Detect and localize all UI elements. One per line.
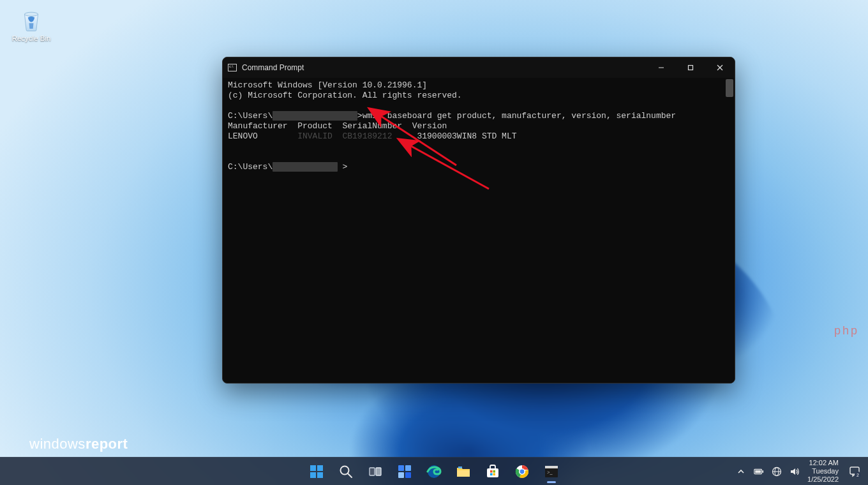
svg-rect-14 [376, 468, 381, 475]
svg-text:2: 2 [857, 473, 859, 477]
taskbar-center: >_ [304, 459, 564, 484]
svg-rect-31 [545, 466, 558, 468]
maximize-button[interactable] [676, 57, 705, 78]
prompt-path: C:\Users\ [228, 162, 273, 172]
watermark: windowsreport [29, 436, 128, 452]
svg-rect-13 [370, 468, 375, 475]
svg-rect-9 [310, 472, 316, 478]
window-title: Command Prompt [242, 63, 304, 72]
titlebar[interactable]: Command Prompt [223, 57, 735, 78]
clock-time: 12:02 AM [807, 459, 839, 467]
svg-rect-35 [755, 470, 761, 472]
notification-icon: 2 [848, 465, 861, 478]
recycle-bin[interactable]: Recycle Bin [9, 6, 54, 42]
recycle-bin-label: Recycle Bin [9, 34, 54, 42]
desktop[interactable]: Recycle Bin windowsreport php Command Pr… [0, 0, 868, 485]
widgets-icon [397, 464, 412, 479]
svg-rect-7 [310, 465, 316, 471]
command-prompt-icon [228, 64, 237, 71]
svg-rect-26 [493, 473, 496, 475]
file-explorer-icon [456, 464, 471, 479]
chrome-icon [514, 464, 530, 479]
svg-rect-34 [762, 470, 763, 473]
output-manufacturer: LENOVO [228, 131, 297, 141]
php-watermark: php [834, 324, 859, 338]
microsoft-store-icon [485, 464, 500, 479]
prompt-cursor: > [338, 162, 348, 172]
terminal-line: Microsoft Windows [Version 10.0.21996.1] [228, 80, 427, 90]
task-view-button[interactable] [363, 459, 388, 484]
chevron-up-icon [737, 468, 745, 475]
battery-indicator[interactable] [754, 466, 764, 477]
svg-rect-15 [398, 465, 404, 471]
microsoft-store-button[interactable] [480, 459, 505, 484]
network-indicator[interactable] [772, 466, 782, 477]
volume-indicator[interactable] [789, 466, 800, 477]
svg-rect-23 [490, 470, 493, 473]
prompt-path: C:\Users\ [228, 111, 273, 121]
svg-rect-10 [317, 472, 323, 478]
file-explorer-button[interactable] [451, 459, 476, 484]
svg-rect-8 [317, 465, 323, 471]
start-button[interactable] [304, 459, 329, 484]
edge-icon [426, 464, 442, 479]
output-header: Manufacturer Product SerialNumber Versio… [228, 121, 447, 131]
svg-line-12 [348, 474, 352, 477]
output-version: 31900003WIN8 STD MLT [392, 131, 516, 141]
recycle-bin-icon [18, 6, 45, 33]
taskbar-clock[interactable]: 12:02 AM Tuesday 1/25/2022 [807, 459, 839, 484]
svg-rect-25 [490, 473, 493, 475]
clock-date: 1/25/2022 [807, 475, 839, 484]
svg-rect-18 [405, 472, 411, 478]
terminal-icon: >_ [544, 464, 559, 479]
system-tray: 12:02 AM Tuesday 1/25/2022 2 [736, 459, 863, 484]
task-view-icon [368, 464, 383, 479]
taskbar: >_ [0, 457, 868, 485]
network-icon [772, 466, 782, 477]
scrollbar[interactable] [724, 78, 735, 383]
redacted-username [273, 111, 357, 121]
watermark-left: windows [29, 436, 86, 452]
watermark-right: report [86, 436, 128, 452]
close-button[interactable] [705, 57, 735, 78]
terminal-output[interactable]: Microsoft Windows [Version 10.0.21996.1]… [223, 78, 735, 383]
svg-rect-24 [493, 470, 496, 473]
svg-rect-20 [457, 470, 470, 477]
redacted-username [273, 162, 337, 172]
clock-day: Tuesday [807, 467, 839, 475]
notifications-button[interactable]: 2 [846, 463, 863, 480]
edge-button[interactable] [421, 459, 447, 484]
svg-rect-22 [487, 468, 498, 477]
svg-rect-2 [689, 66, 693, 70]
terminal-line: (c) Microsoft Corporation. All rights re… [228, 91, 462, 100]
tray-overflow-button[interactable] [736, 466, 746, 477]
svg-rect-17 [398, 472, 404, 478]
svg-point-0 [25, 12, 38, 16]
widgets-button[interactable] [392, 459, 417, 484]
svg-rect-21 [458, 466, 462, 468]
command-prompt-window[interactable]: Command Prompt Microsoft Windows [Versio… [222, 57, 735, 384]
svg-rect-16 [405, 465, 411, 471]
chrome-button[interactable] [509, 459, 535, 484]
prompt-command: >wmic baseboard get product, manufacture… [357, 111, 676, 121]
terminal-taskbar-button[interactable]: >_ [539, 459, 564, 484]
search-button[interactable] [333, 459, 359, 484]
svg-text:>_: >_ [547, 470, 553, 475]
search-icon [338, 464, 354, 479]
start-icon [309, 464, 324, 479]
redacted-product-serial: INVALID CB19189212 [297, 131, 392, 141]
minimize-button[interactable] [647, 57, 676, 78]
volume-icon [789, 466, 800, 477]
battery-icon [754, 468, 764, 475]
scrollbar-thumb[interactable] [726, 79, 733, 97]
